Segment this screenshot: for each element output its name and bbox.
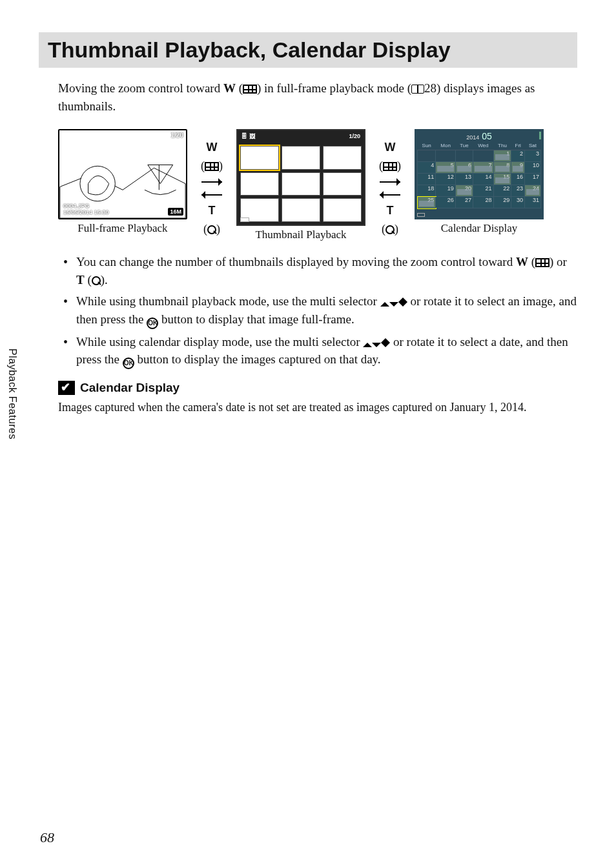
counter-full: 1/20 [171, 132, 183, 139]
calendar-screen: 201405 SunMonTueWedThuFriSat 12345678910… [415, 129, 544, 219]
fullframe-screen: 1/20 0004.JPG 15/05/2014 15:30 16M [58, 129, 187, 219]
protect-icon: 🗄 🖼 [241, 133, 255, 143]
magnify-icon [207, 225, 216, 234]
intro-text: Moving the zoom control toward W () in f… [58, 79, 577, 115]
w-label-t2: W [385, 141, 396, 154]
cal-day-header: Wed [473, 142, 494, 150]
cal-cell: 19 [436, 185, 455, 197]
cal-cell: 20 [455, 185, 473, 197]
page-title: Thumbnail Playback, Calendar Display [48, 37, 568, 63]
cal-cell: 7 [473, 162, 494, 174]
battery-icon [240, 217, 249, 222]
b3c: button to display the images captured on… [134, 352, 381, 366]
note-body: Images captured when the camera's date i… [58, 399, 577, 416]
t-label-t1: T [209, 204, 216, 217]
label-calendar: Calendar Display [441, 222, 518, 235]
cal-cell: 31 [525, 197, 541, 208]
cal-cell [418, 150, 436, 162]
cal-cell: 17 [525, 174, 541, 185]
cal-cell: 28 [473, 197, 494, 208]
arrow-left-icon [196, 191, 227, 199]
cal-cell: 5 [436, 162, 455, 174]
b2c: button to display that image full-frame. [158, 312, 354, 326]
fig-thumbnail: 🗄 🖼1/20 Thumbnail Playback [236, 129, 365, 241]
cal-day-header: Mon [436, 142, 455, 150]
paren-mag-2: () [382, 223, 398, 236]
note-block: Calendar Display Images captured when th… [58, 381, 577, 416]
thumb-cell [323, 146, 362, 170]
arrow-left-icon [381, 338, 385, 347]
bullet-2: While using thumbnail playback mode, use… [58, 292, 577, 329]
cal-cell: 6 [455, 162, 473, 174]
fig-calendar: 201405 SunMonTueWedThuFriSat 12345678910… [415, 129, 544, 235]
thumb-cell [240, 146, 279, 170]
ok-icon: OK [123, 358, 134, 369]
thumb-cell [240, 172, 279, 196]
b1end: ( [85, 273, 92, 287]
title-bar: Thumbnail Playback, Calendar Display [39, 32, 577, 68]
cal-month: 05 [482, 131, 492, 141]
arrow-down-icon [389, 302, 398, 307]
paren-thumb-1: () [201, 159, 223, 173]
b2a: While using thumbnail playback mode, use… [76, 294, 380, 308]
magnify-icon [92, 276, 101, 285]
w-label-t1: W [207, 141, 218, 154]
b1or: ) or [549, 255, 567, 268]
note-head: Calendar Display [58, 381, 577, 395]
b1a: You can change the number of thumbnails … [76, 255, 516, 268]
thumbnail-icon [243, 85, 257, 94]
calendar-table: SunMonTueWedThuFriSat 123456789101112131… [417, 142, 541, 208]
side-tab: Playback Features [6, 348, 18, 439]
cal-day-header: Sun [418, 142, 436, 150]
fig-fullframe: 1/20 0004.JPG 15/05/2014 15:30 16M Full-… [58, 129, 187, 235]
cal-day-header: Fri [511, 142, 525, 150]
counter-thumb: 1/20 [349, 133, 360, 143]
check-icon [58, 381, 75, 395]
cal-cell: 24 [525, 185, 541, 197]
cal-cell: 11 [418, 174, 436, 185]
note-title: Calendar Display [80, 381, 180, 395]
thumb-header: 🗄 🖼1/20 [240, 133, 362, 143]
cal-cell: 4 [418, 162, 436, 174]
cal-cell: 27 [455, 197, 473, 208]
cal-cell: 23 [511, 185, 525, 197]
cal-cell: 9 [511, 162, 525, 174]
b1w: W [516, 255, 528, 268]
cal-cell: 10 [525, 162, 541, 174]
cal-cell: 2 [511, 150, 525, 162]
transition-1: W () T () [194, 129, 230, 236]
cal-cell: 16 [511, 174, 525, 185]
file-name: 0004.JPG [63, 203, 109, 209]
intro-b: ( [236, 81, 243, 95]
t-label-t2: T [387, 204, 394, 217]
thumb-cell [282, 172, 320, 196]
thumb-cell [323, 172, 362, 196]
cal-year: 2014 [466, 134, 479, 141]
b3a: While using calendar display mode, use t… [76, 335, 363, 348]
cal-cell: 29 [493, 197, 511, 208]
arrow-left-icon [398, 298, 403, 307]
label-fullframe: Full-frame Playback [77, 222, 167, 235]
arrow-left-icon [375, 191, 406, 199]
thumbnail-icon [383, 162, 397, 171]
cal-cell: 18 [418, 185, 436, 197]
thumb-cell [282, 146, 320, 170]
magnify-icon [385, 225, 395, 234]
cal-cell: 3 [525, 150, 541, 162]
cal-cell: 22 [493, 185, 511, 197]
bullet-3: While using calendar display mode, use t… [58, 333, 577, 370]
arrow-up-icon [380, 302, 389, 307]
cal-cell [455, 150, 473, 162]
thumb-cell [282, 198, 320, 222]
file-info: 0004.JPG 15/05/2014 15:30 [63, 203, 109, 216]
arrow-right-icon [403, 298, 407, 307]
cal-cell: 15 [493, 174, 511, 185]
cal-cell: 12 [436, 174, 455, 185]
arrow-up-icon [363, 343, 372, 347]
battery-icon [417, 213, 425, 217]
page-number: 68 [40, 829, 54, 846]
thumb-cell [323, 198, 362, 222]
arrow-right-icon [375, 178, 406, 186]
calendar-month: 201405 [417, 132, 541, 141]
arrow-down-icon [372, 343, 381, 347]
